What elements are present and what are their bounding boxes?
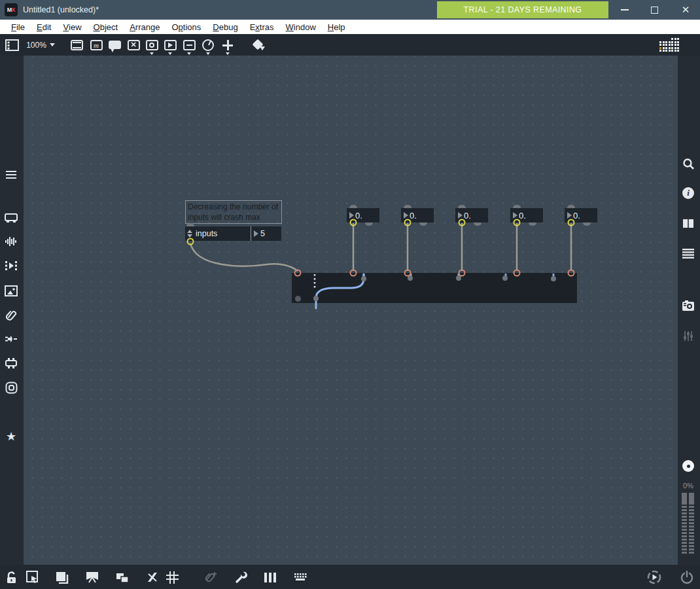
object-box-icon (71, 40, 83, 50)
unlock-icon[interactable] (1, 566, 23, 588)
new-object-button[interactable] (69, 34, 84, 56)
value-triangle-icon (567, 212, 572, 219)
spinner-up-icon (187, 230, 192, 233)
grid-icon[interactable] (161, 566, 183, 588)
menu-debug[interactable]: Debug (207, 20, 243, 34)
video-icon[interactable] (0, 255, 22, 277)
new-button-button[interactable] (144, 34, 160, 56)
add-object-button[interactable] (220, 34, 236, 56)
chevron-down-icon (187, 52, 191, 55)
attrui-spinner[interactable] (185, 230, 194, 238)
transport-icon[interactable] (643, 566, 665, 588)
new-playbar-button[interactable] (162, 34, 178, 56)
flonum-box-2[interactable]: 0. (401, 208, 434, 223)
menu-object[interactable]: Object (88, 20, 124, 34)
menu-help[interactable]: Help (322, 20, 351, 34)
value-triangle-icon (458, 212, 463, 219)
object-palette-button[interactable] (659, 34, 679, 56)
cpu-meter-label: 0% (679, 482, 697, 490)
maximize-icon (651, 7, 658, 14)
attrui-inlet-nub[interactable] (186, 223, 194, 226)
flonum-inlet-nub[interactable] (349, 205, 357, 208)
presentation-icon[interactable] (81, 566, 103, 588)
new-comment-button[interactable] (107, 34, 122, 56)
search-icon[interactable] (677, 152, 699, 175)
flonum-inlet-nub[interactable] (458, 205, 466, 208)
multi-inlet-object[interactable] (292, 273, 577, 303)
number-box-icon (183, 40, 196, 50)
plus-icon (222, 40, 233, 50)
select-region-icon[interactable] (22, 566, 44, 588)
object-palette-grid-icon (659, 38, 679, 52)
audio-waveform-icon[interactable] (0, 230, 22, 253)
flonum-value: 0. (355, 211, 362, 221)
chevron-down-icon (50, 43, 55, 46)
record-button[interactable] (682, 460, 694, 472)
layers-icon[interactable] (51, 566, 73, 588)
favorites-star-icon[interactable]: ★ (0, 425, 22, 448)
flonum-box-1[interactable]: 0. (347, 208, 379, 223)
menu-extras[interactable]: Extras (244, 20, 280, 34)
minimize-button[interactable] (610, 0, 639, 20)
window-title: Untitled1 (unlocked)* (23, 5, 99, 14)
flonum-inlet-nub[interactable] (567, 205, 575, 208)
value-triangle-icon (254, 230, 258, 237)
format-palette-button[interactable] (250, 34, 267, 56)
menubar: File Edit View Object Arrange Options De… (0, 20, 700, 34)
image-icon[interactable] (0, 279, 22, 302)
flonum-box-5[interactable]: 0. (565, 208, 597, 223)
new-number-button[interactable] (181, 34, 197, 56)
flonum-value: 0. (573, 211, 580, 221)
list-icon[interactable] (677, 242, 699, 264)
dial-icon (202, 39, 214, 51)
hardware-icon[interactable] (0, 352, 22, 374)
attrui-value-field[interactable]: 5 (251, 229, 281, 238)
new-toggle-button[interactable]: ✕ (126, 34, 141, 56)
menu-options[interactable]: Options (166, 20, 207, 34)
plug-icon[interactable] (0, 328, 22, 350)
new-message-button[interactable]: m (88, 34, 104, 56)
audio-power-icon[interactable] (676, 566, 698, 588)
maximize-button[interactable] (640, 0, 669, 20)
flonum-box-4[interactable]: 0. (510, 208, 543, 223)
reference-book-icon[interactable] (677, 212, 699, 234)
cord-style-icon[interactable] (141, 566, 164, 588)
menu-icon[interactable] (0, 164, 22, 186)
snapshot-camera-icon[interactable] (677, 294, 699, 317)
chevron-down-icon (150, 52, 154, 55)
paperclip-icon[interactable] (0, 304, 22, 326)
mixer-icon[interactable] (677, 325, 699, 347)
close-button[interactable]: ✕ (671, 0, 700, 20)
console-icon[interactable] (0, 207, 22, 229)
object-outlet-nub[interactable] (295, 296, 301, 302)
zoom-selector[interactable]: 100% (24, 34, 58, 56)
piano-keys-icon[interactable] (259, 566, 281, 588)
comment-icon (109, 41, 121, 49)
object-icon[interactable] (0, 376, 22, 399)
trial-badge-button[interactable]: TRIAL - 21 DAYS REMAINING (437, 1, 608, 18)
bring-front-icon[interactable] (111, 566, 133, 588)
shortcut-keyboard-icon[interactable] (289, 566, 311, 588)
level-meter-right (689, 493, 694, 554)
menu-view[interactable]: View (57, 20, 87, 34)
info-icon[interactable]: i (677, 182, 699, 204)
attrui-inputs[interactable]: inputs 5 (185, 226, 281, 241)
attach-file-icon[interactable] (200, 566, 222, 588)
wrench-icon[interactable] (230, 566, 253, 588)
patcher-canvas[interactable] (24, 56, 678, 565)
new-dial-button[interactable] (200, 34, 216, 56)
value-triangle-icon (349, 212, 354, 219)
sidebar-toggle-button[interactable] (4, 34, 20, 56)
value-triangle-icon (404, 212, 408, 219)
menu-window[interactable]: Window (280, 20, 322, 34)
level-meter-left (682, 493, 687, 554)
menu-edit[interactable]: Edit (31, 20, 57, 34)
menu-file[interactable]: File (5, 20, 31, 34)
flonum-box-3[interactable]: 0. (455, 208, 488, 223)
flonum-inlet-nub[interactable] (404, 205, 411, 208)
menu-arrange[interactable]: Arrange (124, 20, 166, 34)
flonum-value: 0. (464, 211, 471, 221)
flonum-inlet-nub[interactable] (513, 205, 521, 208)
max-app-icon: MX (5, 3, 18, 16)
comment-box[interactable]: Decreasing the number of inputs will cra… (185, 200, 282, 224)
